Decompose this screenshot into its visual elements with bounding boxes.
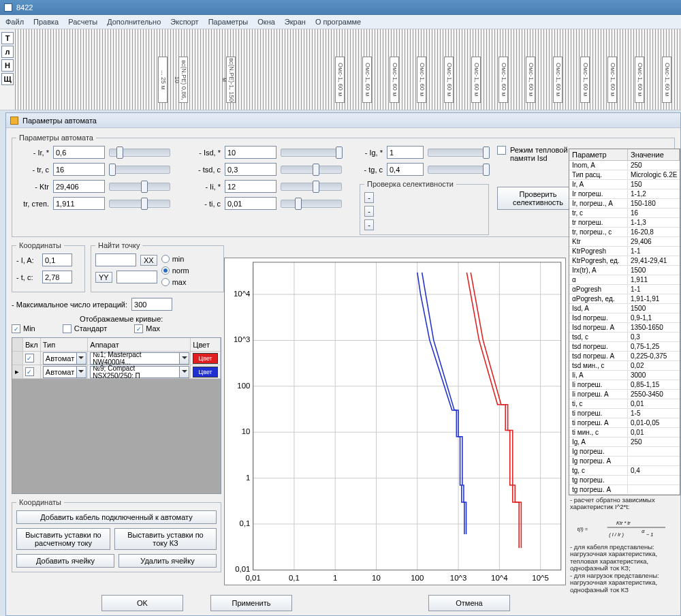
grid-head — [12, 338, 23, 351]
set-kz-current-button[interactable]: Выставить уставки по току КЗ — [114, 528, 217, 550]
row-vkl-checkbox[interactable]: ✓ — [25, 367, 34, 376]
cancel-button[interactable]: Отмена — [428, 595, 510, 611]
color-button[interactable]: Цвет — [193, 353, 218, 364]
radio-norm[interactable]: norm — [161, 266, 189, 275]
row-vkl-checkbox[interactable]: ✓ — [25, 354, 34, 363]
dialog-icon — [10, 117, 18, 125]
Ii-input[interactable] — [225, 180, 276, 193]
param-row: Ir, погреш., A150-180 — [569, 199, 680, 209]
trstep-input[interactable] — [53, 197, 105, 210]
ruler-canvas[interactable]: ... 25 мвс(N.PE) 0,86, 10вс(N.PE)-1, 150… — [15, 29, 681, 110]
tool-Щ[interactable]: Щ — [1, 73, 14, 85]
tr-input[interactable] — [53, 163, 105, 176]
param-row: tg, c0,4 — [569, 466, 680, 476]
tg-input[interactable] — [387, 163, 424, 176]
yy-button[interactable]: YY — [95, 272, 112, 283]
find-y-input[interactable] — [116, 271, 157, 283]
Ir-input[interactable] — [53, 146, 105, 159]
menu-Дополнительно[interactable]: Дополнительно — [107, 18, 161, 26]
check-selectivity-button[interactable]: Проверить селективность — [497, 187, 579, 210]
ruler-mark[interactable]: Омс-1, 60 м — [635, 57, 644, 103]
svg-text:0,1: 0,1 — [289, 574, 300, 582]
Ktr-slider[interactable] — [109, 183, 170, 191]
trstep-slider[interactable] — [109, 200, 170, 208]
set-calc-current-button[interactable]: Выставить уставки по расчетному току — [16, 528, 110, 550]
ruler-mark[interactable]: вс(N.PE)-1, 150 м — [226, 57, 236, 103]
add-cell-button[interactable]: Добавить ячейку — [16, 554, 114, 568]
ruler-mark[interactable]: Омс-1, 60 м — [580, 57, 590, 103]
tsd-input[interactable] — [225, 163, 276, 176]
Ktr-input[interactable] — [53, 180, 105, 193]
maxiter-input[interactable] — [131, 298, 172, 311]
ruler-mark[interactable]: Омс-1, 60 м — [526, 57, 535, 103]
find-x-input[interactable] — [95, 253, 136, 266]
ruler-mark[interactable]: Омс-1, 60 м — [362, 57, 372, 103]
chart-svg: 0,010,111010010^310^410^50,010,111010010… — [225, 258, 565, 585]
ti-input[interactable] — [225, 197, 276, 210]
param-row: tr, погреш., c16-20,8 — [569, 228, 680, 237]
apply-button[interactable]: Применить — [210, 595, 292, 611]
type-combo[interactable]: Автомат — [43, 366, 86, 378]
ok-button[interactable]: OK — [101, 595, 183, 611]
Isd-slider[interactable] — [281, 149, 342, 157]
ruler-mark[interactable]: ... 25 м — [158, 57, 168, 103]
Ig-input[interactable] — [387, 146, 424, 159]
param-row: tsd погреш.0,75-1,25 — [569, 342, 680, 352]
delete-cell-button[interactable]: Удалить ячейку — [118, 554, 217, 568]
Isd-input[interactable] — [225, 146, 276, 159]
devices-grid[interactable]: ВклТипАппаратЦвет✓Автомат№1; Masterpact … — [12, 337, 221, 494]
min-checkbox[interactable]: ✓ — [12, 324, 20, 333]
tg-slider[interactable] — [428, 166, 489, 174]
menu-Экспорт[interactable]: Экспорт — [170, 18, 198, 26]
color-button[interactable]: Цвет — [193, 367, 218, 378]
Ii-slider[interactable] — [281, 183, 342, 191]
param-row: Inom, A250 — [569, 161, 680, 170]
ruler-mark[interactable]: Омс-1, 60 м — [662, 57, 671, 103]
ruler-mark[interactable]: Омс-1, 60 м — [553, 57, 563, 103]
tc-input[interactable] — [42, 271, 72, 283]
ruler-mark[interactable]: Омс-1, 60 м — [498, 57, 508, 103]
rejim-checkbox[interactable] — [497, 146, 506, 155]
sel-dash-1[interactable]: - — [364, 192, 374, 203]
param-row: αPogresh1-1 — [569, 285, 680, 294]
tool-Н[interactable]: Н — [1, 59, 14, 72]
tool-л[interactable]: л — [1, 46, 14, 58]
apparat-combo[interactable]: №9; Compact NSX250/250; П — [90, 366, 189, 378]
ruler-mark[interactable]: Омс-1, 60 м — [335, 57, 345, 103]
Ir-slider[interactable] — [109, 149, 170, 157]
menu-Окна[interactable]: Окна — [257, 18, 275, 26]
ruler-mark[interactable]: Омс-1, 60 м — [417, 57, 426, 103]
sel-dash-2[interactable]: - — [364, 206, 374, 217]
menu-Правка[interactable]: Правка — [33, 18, 59, 26]
ti-slider[interactable] — [281, 200, 342, 208]
Ig-slider[interactable] — [428, 149, 489, 157]
ruler-mark[interactable]: Омс-1, 60 м — [607, 57, 617, 103]
tsd-slider[interactable] — [281, 166, 342, 174]
radio-min[interactable]: min — [161, 255, 189, 263]
std-checkbox[interactable] — [63, 324, 72, 333]
ruler-mark[interactable]: вс(N.PE) 0,86, 10 — [178, 57, 188, 103]
xx-button[interactable]: XX — [140, 255, 157, 266]
radio-max[interactable]: max — [161, 278, 189, 286]
param-row: Isd погреш. А1350-1650 — [569, 323, 680, 333]
menu-Экран[interactable]: Экран — [285, 18, 306, 26]
sel-dash-3[interactable]: - — [364, 219, 374, 230]
menu-Файл[interactable]: Файл — [5, 18, 24, 26]
apparat-combo[interactable]: №1; Masterpact NW4000/4... — [90, 352, 189, 365]
svg-text:0,1: 0,1 — [240, 519, 251, 527]
ruler-mark[interactable]: Омс-1, 60 м — [471, 57, 481, 103]
add-cable-button[interactable]: Добавить кабель подключенный к автомату — [16, 510, 217, 524]
table-row[interactable]: ✓Автомат№1; Masterpact NW4000/4...Цвет — [12, 352, 221, 365]
max-checkbox[interactable]: ✓ — [134, 324, 143, 333]
menu-Параметры[interactable]: Параметры — [208, 18, 249, 26]
tr-slider[interactable] — [109, 166, 170, 174]
IA-input[interactable] — [42, 253, 72, 266]
table-row[interactable]: ▸✓Автомат№9; Compact NSX250/250; ПЦвет — [12, 365, 221, 379]
menu-Расчеты[interactable]: Расчеты — [68, 18, 97, 26]
tool-Т[interactable]: Т — [1, 32, 14, 44]
svg-text:α: α — [642, 528, 645, 534]
ruler-mark[interactable]: Омс-1, 60 м — [444, 57, 454, 103]
ruler-mark[interactable]: Омс-1, 60 м — [390, 57, 399, 103]
menu-О программе[interactable]: О программе — [315, 18, 361, 26]
type-combo[interactable]: Автомат — [43, 352, 86, 365]
